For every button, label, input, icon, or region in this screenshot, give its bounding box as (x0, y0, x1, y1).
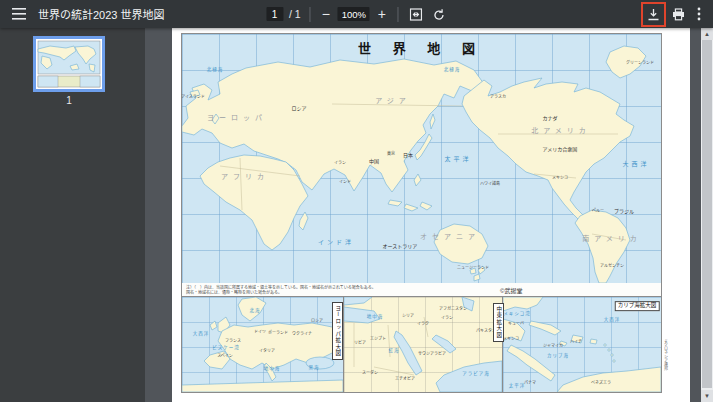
scroll-up-arrow-icon[interactable]: ▲ (701, 28, 713, 40)
map-sheet: 注）（ ）内は、当該国に所属する地域・領土等を示している。国名・地域名が示されて… (181, 33, 662, 393)
fit-to-page-icon[interactable] (407, 6, 424, 23)
inset-maps (182, 297, 661, 392)
middle-east-inset-map (344, 297, 503, 392)
scrollbar-thumb[interactable] (702, 40, 712, 388)
document-area: 注）（ ）内は、当該国に所属する地域・領土等を示している。国名・地域名が示されて… (145, 28, 713, 402)
copyright-text: ©武揚堂 (500, 286, 522, 295)
world-map (182, 34, 661, 284)
page-thumbnail[interactable] (33, 36, 105, 92)
thumbnail-page-number: 1 (33, 95, 105, 106)
caribbean-inset-map (503, 297, 661, 392)
page-count-label: / 1 (289, 8, 301, 20)
thumbnail-map-graphic (36, 39, 102, 89)
map-notes: 注）（ ）内は、当該国に所属する地域・領土等を示している。国名・地域名が示されて… (182, 283, 661, 297)
map-label: ミクロネシア連邦 (662, 338, 668, 370)
print-icon[interactable] (670, 6, 687, 23)
map-note-line: 国名・地域名には、通称・略称を用いた場合がある。 (186, 290, 282, 295)
zoom-level-display: 100% (338, 7, 370, 21)
zoom-in-button[interactable]: + (376, 5, 388, 23)
thumbnail-sidebar: 1 (0, 28, 145, 402)
more-vertical-icon[interactable] (695, 5, 703, 23)
pdf-viewer-window: 世界の統計2023 世界地図 / 1 − 100% + (0, 0, 713, 402)
scroll-down-arrow-icon[interactable]: ▼ (701, 390, 713, 402)
document-title: 世界の統計2023 世界地図 (38, 6, 165, 22)
rotate-counterclockwise-icon[interactable] (430, 6, 447, 23)
pdf-toolbar: 世界の統計2023 世界地図 / 1 − 100% + (0, 0, 713, 28)
pdf-page: 注）（ ）内は、当該国に所属する地域・領土等を示している。国名・地域名が示されて… (172, 28, 690, 402)
toolbar-divider (397, 7, 398, 22)
page-number-input[interactable] (266, 7, 283, 21)
vertical-scrollbar[interactable]: ▲ ▼ (701, 28, 713, 402)
zoom-out-button[interactable]: − (320, 5, 332, 23)
toolbar-divider (310, 7, 311, 22)
world-map-graphic (182, 34, 661, 283)
viewer-body: 1 (0, 28, 713, 402)
hamburger-menu-icon[interactable] (10, 6, 28, 22)
download-icon[interactable] (645, 6, 662, 23)
europe-inset-map (182, 297, 344, 392)
